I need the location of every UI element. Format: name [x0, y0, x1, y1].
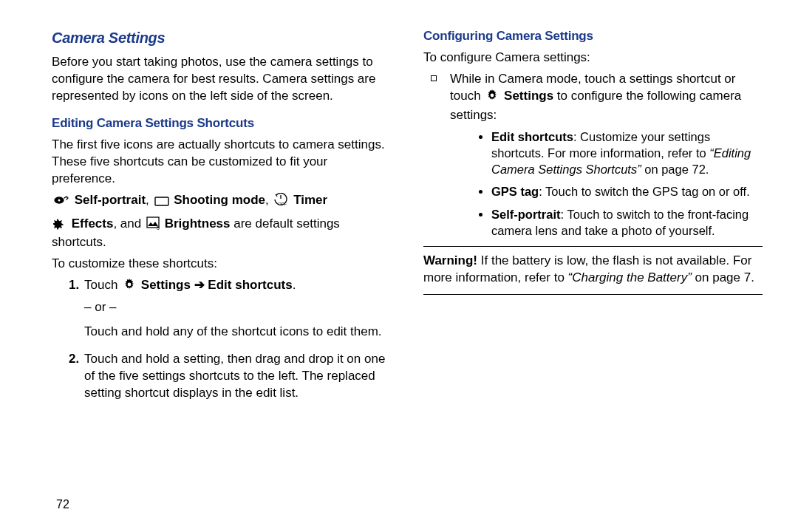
svg-rect-1	[155, 197, 168, 205]
svg-point-6	[128, 283, 132, 287]
b1-tail: on page 72.	[641, 163, 709, 176]
gear-icon	[485, 89, 499, 107]
default-shortcuts-line-2: Effects, and 5 Brightness are default se…	[52, 216, 391, 252]
configure-intro: To configure Camera settings:	[423, 50, 763, 66]
b2-body: : Touch to switch the GPS tag on or off.	[539, 185, 750, 198]
subheading-editing-shortcuts: Editing Camera Settings Shortcuts	[52, 115, 391, 132]
timer-icon: OFF	[273, 193, 288, 211]
svg-text:5: 5	[157, 225, 160, 230]
warning-body: Warning! If the battery is low, the flas…	[423, 253, 763, 287]
self-portrait-label: Self-portrait	[75, 193, 146, 207]
bullet-self-portrait: Self-portrait: Touch to switch to the fr…	[491, 206, 763, 239]
step-2: Touch and hold a setting, then drag and …	[83, 351, 391, 402]
b3-lead: Self-portrait	[491, 208, 561, 221]
warning-ref: “Charging the Battery”	[568, 270, 692, 284]
and-text: , and	[113, 216, 141, 231]
step1-alt: Touch and hold any of the shortcut icons…	[84, 324, 391, 341]
effects-icon	[53, 216, 66, 235]
intro-paragraph: Before you start taking photos, use the …	[52, 54, 391, 105]
sub-bullets: Edit shortcuts: Customize your settings …	[450, 129, 763, 239]
square-bullet-list: While in Camera mode, touch a settings s…	[423, 71, 763, 239]
svg-point-0	[58, 198, 61, 201]
brightness-icon: 5	[146, 216, 160, 235]
effects-label: Effects	[72, 216, 114, 231]
page-number: 72	[56, 497, 69, 513]
timer-label: Timer	[293, 193, 327, 207]
b2-lead: GPS tag	[491, 185, 539, 198]
default-shortcuts-line: Self-portrait, Shooting mode, OFF Timer	[52, 192, 391, 211]
sq1-settings: Settings	[504, 89, 553, 103]
step1-period: .	[293, 278, 296, 292]
gear-icon	[123, 278, 136, 296]
manual-page: Camera Settings Before you start taking …	[0, 0, 798, 532]
shooting-mode-icon	[154, 194, 169, 211]
bullet-edit-shortcuts: Edit shortcuts: Customize your settings …	[491, 129, 763, 178]
step1-settings: Settings	[141, 278, 191, 292]
brightness-label: Brightness	[165, 216, 231, 231]
shooting-mode-label: Shooting mode	[174, 193, 265, 207]
step1-edit: Edit shortcuts	[208, 278, 292, 292]
subheading-configuring: Configuring Camera Settings	[423, 28, 763, 45]
svg-text:OFF: OFF	[278, 202, 287, 206]
shortcuts-explanation: The first five icons are actually shortc…	[52, 137, 391, 188]
right-column: Configuring Camera Settings To configure…	[423, 28, 763, 532]
warning-text-b: on page 7.	[692, 270, 754, 284]
bullet-gps-tag: GPS tag: Touch to switch the GPS tag on …	[491, 183, 763, 200]
step-1: Touch Settings ➔ Edit shortcuts. – or – …	[83, 277, 391, 341]
steps-list: Touch Settings ➔ Edit shortcuts. – or – …	[52, 277, 391, 402]
svg-point-7	[491, 93, 494, 97]
step1-or: – or –	[84, 299, 391, 316]
self-portrait-icon	[53, 194, 69, 211]
customize-intro: To customize these shortcuts:	[52, 256, 391, 273]
warning-lead: Warning!	[423, 253, 477, 267]
square-item-1: While in Camera mode, touch a settings s…	[446, 71, 763, 239]
divider	[423, 246, 763, 247]
left-column: Camera Settings Before you start taking …	[52, 28, 391, 532]
step1-arrow: ➔	[191, 278, 208, 292]
step1-touch: Touch	[84, 278, 121, 292]
b1-lead: Edit shortcuts	[491, 130, 573, 143]
divider	[423, 294, 763, 295]
warning-block: Warning! If the battery is low, the flas…	[423, 253, 763, 287]
section-title: Camera Settings	[52, 28, 391, 48]
